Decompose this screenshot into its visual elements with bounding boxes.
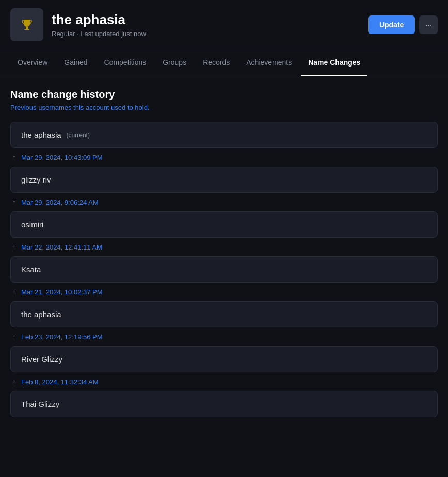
- tab-gained[interactable]: Gained: [57, 50, 94, 76]
- timestamp-row-6: ↑ Feb 8, 2024, 11:32:34 AM: [10, 372, 438, 391]
- name-entry-text-5: River Glizzy: [21, 355, 62, 364]
- arrow-up-icon-2: ↑: [12, 198, 16, 206]
- timestamp-text-1: Mar 29, 2024, 10:43:09 PM: [21, 154, 103, 161]
- timestamp-text-6: Feb 8, 2024, 11:32:34 AM: [21, 378, 99, 386]
- section-subtitle: Previous usernames this account used to …: [10, 104, 438, 111]
- header-actions: Update ···: [368, 15, 438, 34]
- name-entry-text-6: Thai Glizzy: [21, 400, 59, 408]
- user-avatar: [10, 8, 43, 41]
- timestamp-text-5: Feb 23, 2024, 12:19:56 PM: [21, 333, 103, 341]
- name-entry-text-3: Ksata: [21, 265, 41, 274]
- user-subtitle: Regular · Last updated just now: [52, 30, 368, 38]
- timestamp-row-1: ↑ Mar 29, 2024, 10:43:09 PM: [10, 148, 438, 167]
- name-entry-2: osimiri: [10, 211, 438, 238]
- current-badge: (current): [67, 131, 90, 139]
- tab-name-changes[interactable]: Name Changes: [301, 50, 367, 76]
- name-entry-current: the aphasia (current): [10, 122, 438, 148]
- tab-groups[interactable]: Groups: [155, 50, 194, 76]
- name-entry-3: Ksata: [10, 256, 438, 283]
- tab-overview[interactable]: Overview: [10, 50, 55, 76]
- name-entry-text: the aphasia: [21, 130, 61, 139]
- timestamp-text-2: Mar 29, 2024, 9:06:24 AM: [21, 199, 99, 206]
- timestamp-row-5: ↑ Feb 23, 2024, 12:19:56 PM: [10, 327, 438, 346]
- svg-rect-2: [24, 29, 29, 30]
- timestamp-row-2: ↑ Mar 29, 2024, 9:06:24 AM: [10, 193, 438, 211]
- subtitle-static: Previous usernames this account: [10, 104, 111, 111]
- section-title: Name change history: [10, 89, 438, 101]
- subtitle-link[interactable]: used to hold: [111, 104, 148, 111]
- svg-rect-1: [26, 27, 28, 29]
- timestamp-row-3: ↑ Mar 22, 2024, 12:41:11 AM: [10, 238, 438, 256]
- name-entry-5: River Glizzy: [10, 346, 438, 372]
- arrow-up-icon-5: ↑: [12, 333, 16, 341]
- arrow-up-icon-4: ↑: [12, 288, 16, 296]
- name-entry-6: Thai Glizzy: [10, 391, 438, 417]
- arrow-up-icon-1: ↑: [12, 153, 16, 161]
- name-entry-text-1: glizzy riv: [21, 175, 51, 184]
- page-header: the aphasia Regular · Last updated just …: [0, 0, 448, 50]
- arrow-up-icon-6: ↑: [12, 377, 16, 386]
- arrow-up-icon-3: ↑: [12, 243, 16, 251]
- name-entry-text-4: the aphasia: [21, 310, 61, 319]
- subtitle-end: .: [148, 104, 150, 111]
- timestamp-text-3: Mar 22, 2024, 12:41:11 AM: [21, 243, 102, 251]
- name-entry-4: the aphasia: [10, 301, 438, 327]
- tab-achievements[interactable]: Achievements: [239, 50, 299, 76]
- nav-tabs: Overview Gained Competitions Groups Reco…: [0, 50, 448, 76]
- name-history-list: the aphasia (current) ↑ Mar 29, 2024, 10…: [10, 122, 438, 417]
- name-entry-text-2: osimiri: [21, 220, 43, 229]
- name-entry-1: glizzy riv: [10, 167, 438, 193]
- main-content: Name change history Previous usernames t…: [0, 76, 448, 430]
- timestamp-row-4: ↑ Mar 21, 2024, 10:02:37 PM: [10, 283, 438, 301]
- update-button[interactable]: Update: [368, 15, 415, 34]
- user-title: the aphasia: [52, 12, 368, 28]
- tab-records[interactable]: Records: [196, 50, 237, 76]
- more-options-button[interactable]: ···: [419, 15, 438, 34]
- timestamp-text-4: Mar 21, 2024, 10:02:37 PM: [21, 288, 103, 296]
- tab-competitions[interactable]: Competitions: [97, 50, 154, 76]
- header-info: the aphasia Regular · Last updated just …: [52, 12, 368, 38]
